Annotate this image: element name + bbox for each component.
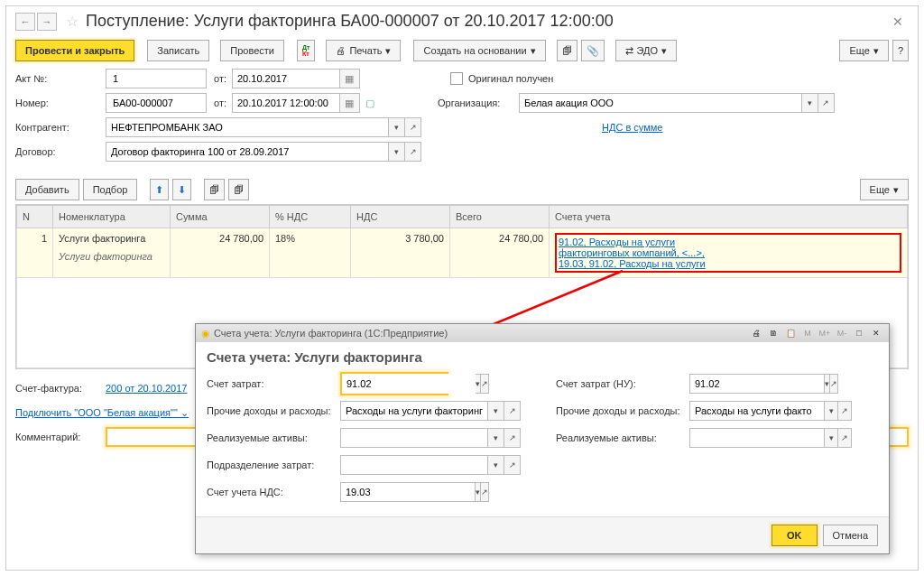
left-income-combo[interactable]: ▾ ↗ <box>340 401 521 421</box>
open-icon[interactable]: ↗ <box>504 401 521 421</box>
dropdown-icon[interactable]: ▾ <box>825 401 838 421</box>
popup-print-icon[interactable]: 🖨 <box>749 327 763 339</box>
popup-buttons: OK Отмена <box>196 516 889 553</box>
dropdown-icon[interactable]: ▾ <box>389 117 405 137</box>
copy-button[interactable]: 🗐 <box>204 179 225 200</box>
popup-cancel-button[interactable]: Отмена <box>823 525 878 546</box>
pick-button[interactable]: Подбор <box>83 179 138 200</box>
original-received-label: Оригинал получен <box>468 73 553 84</box>
popup-titlebar[interactable]: ◉ Счета учета: Услуги факторинга (1С:Пре… <box>196 324 889 342</box>
forward-button[interactable]: → <box>37 13 57 31</box>
dropdown-icon[interactable]: ▾ <box>488 455 504 475</box>
org-combo[interactable]: ▾ ↗ <box>519 93 835 113</box>
right-income-label: Прочие доходы и расходы: <box>556 405 689 416</box>
dropdown-icon[interactable]: ▾ <box>825 428 838 448</box>
left-income-label: Прочие доходы и расходы: <box>207 405 340 416</box>
open-icon[interactable]: ↗ <box>838 428 852 448</box>
edo-label: ЭДО <box>637 45 659 56</box>
col-vat: НДС <box>351 206 450 228</box>
calendar-icon[interactable]: ▦ <box>340 93 360 113</box>
popup-ok-button[interactable]: OK <box>772 525 818 546</box>
number-field[interactable] <box>106 93 207 113</box>
left-vat-acc-combo[interactable]: ▾ ↗ <box>340 482 448 502</box>
accounts-link-2[interactable]: факторинговых компаний, <...>, <box>559 247 705 258</box>
act-date-input[interactable] <box>232 69 340 88</box>
page-title: Поступление: Услуги факторинга БА00-0000… <box>86 12 614 31</box>
dropdown-icon[interactable]: ▾ <box>389 142 405 162</box>
favorite-star-icon[interactable]: ☆ <box>66 13 79 30</box>
right-assets-label: Реализуемые активы: <box>556 432 689 443</box>
contractor-combo[interactable]: ▾ ↗ <box>106 117 421 137</box>
popup-save-icon[interactable]: 🗎 <box>766 327 781 339</box>
print-button[interactable]: 🖨 Печать ▾ <box>326 40 401 61</box>
number-label: Номер: <box>15 98 106 108</box>
open-icon[interactable]: ↗ <box>830 374 838 394</box>
extra-icon[interactable]: ▢ <box>365 98 374 109</box>
col-n: N <box>17 206 53 228</box>
popup-maximize-icon[interactable]: □ <box>852 327 866 339</box>
dtkt-button[interactable]: ДтКт <box>297 40 315 61</box>
paste-button[interactable]: 🗐 <box>228 179 249 200</box>
open-icon[interactable]: ↗ <box>838 401 852 421</box>
popup-window: ◉ Счета учета: Услуги факторинга (1С:Пре… <box>195 323 890 554</box>
left-vat-acc-label: Счет учета НДС: <box>207 487 340 497</box>
popup-mplus-icon: M+ <box>818 327 832 339</box>
dropdown-icon[interactable]: ▾ <box>488 428 504 448</box>
popup-calc-icon[interactable]: 📋 <box>783 327 798 339</box>
invoice-link[interactable]: 200 от 20.10.2017 <box>106 383 187 394</box>
open-icon[interactable]: ↗ <box>405 142 421 162</box>
col-nomenclature: Номенклатура <box>53 206 171 228</box>
create-based-label: Создать на основании <box>423 45 526 56</box>
help-button[interactable]: ? <box>892 40 909 61</box>
popup-heading: Счета учета: Услуги факторинга <box>207 349 878 365</box>
popup-m-icon: M <box>800 327 815 339</box>
left-account-label: Счет затрат: <box>207 378 340 389</box>
contract-combo[interactable]: ▾ ↗ <box>106 142 421 162</box>
popup-title-text: Счета учета: Услуги факторинга (1С:Предп… <box>214 328 448 339</box>
main-toolbar: Провести и закрыть Записать Провести ДтК… <box>6 36 918 65</box>
more-button[interactable]: Еще ▾ <box>839 40 888 61</box>
create-based-button[interactable]: Создать на основании ▾ <box>413 40 545 61</box>
window-close-icon[interactable]: ✕ <box>892 14 903 29</box>
connect-link[interactable]: Подключить "ООО "Белая акация"" ⌄ <box>15 407 189 419</box>
left-dept-combo[interactable]: ▾ ↗ <box>340 455 521 475</box>
col-accounts: Счета учета <box>550 206 908 228</box>
move-up-button[interactable]: ⬆ <box>150 179 169 200</box>
contract-label: Договор: <box>15 146 106 157</box>
post-button[interactable]: Провести <box>220 40 284 61</box>
left-assets-combo[interactable]: ▾ ↗ <box>340 428 521 448</box>
act-no-field[interactable] <box>106 69 207 88</box>
comment-label: Комментарий: <box>15 432 106 442</box>
number-from-label: от: <box>214 98 226 108</box>
table-row[interactable]: 1 Услуги факторинга Услуги факторинга 24… <box>17 228 908 278</box>
calendar-icon[interactable]: ▦ <box>340 69 360 88</box>
open-icon[interactable]: ↗ <box>481 482 489 502</box>
accounts-link-3[interactable]: 19.03, 91.02, Расходы на услуги <box>559 258 706 269</box>
table-more-button[interactable]: Еще ▾ <box>860 179 909 200</box>
vat-link[interactable]: НДС в сумме <box>602 122 662 133</box>
open-icon[interactable]: ↗ <box>405 117 421 137</box>
post-and-close-button[interactable]: Провести и закрыть <box>15 40 134 61</box>
accounts-link-1[interactable]: 91.02, Расходы на услуги <box>559 237 675 247</box>
dropdown-icon[interactable]: ▾ <box>802 93 818 113</box>
write-button[interactable]: Записать <box>147 40 209 61</box>
right-income-combo[interactable]: ▾ ↗ <box>689 401 852 421</box>
more-label: Еще <box>849 45 869 56</box>
edo-button[interactable]: ⇄ ЭДО ▾ <box>615 40 678 61</box>
move-down-button[interactable]: ⬇ <box>172 179 191 200</box>
add-button[interactable]: Добавить <box>15 179 79 200</box>
dropdown-icon[interactable]: ▾ <box>488 401 504 421</box>
popup-close-icon[interactable]: ✕ <box>869 327 883 339</box>
right-account-combo[interactable]: ▾ ↗ <box>689 374 798 394</box>
open-icon[interactable]: ↗ <box>504 455 521 475</box>
left-account-combo[interactable]: ▾ ↗ <box>340 372 448 395</box>
back-button[interactable]: ← <box>15 13 35 31</box>
open-icon[interactable]: ↗ <box>504 428 521 448</box>
file-button[interactable]: 🗐 <box>557 40 578 61</box>
right-assets-combo[interactable]: ▾ ↗ <box>689 428 852 448</box>
open-icon[interactable]: ↗ <box>818 93 835 113</box>
attach-button[interactable]: 📎 <box>581 40 605 61</box>
original-received-checkbox[interactable] <box>450 72 463 85</box>
open-icon[interactable]: ↗ <box>481 374 489 394</box>
number-date-input[interactable] <box>232 93 340 113</box>
